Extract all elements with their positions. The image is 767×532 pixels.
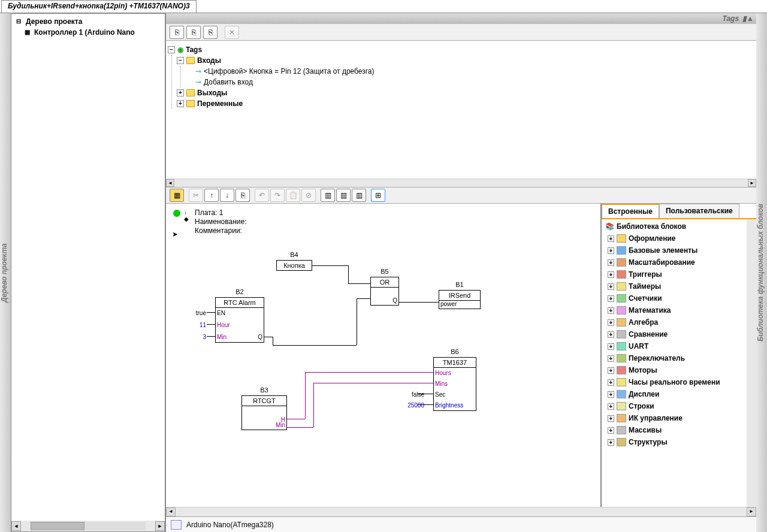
library-item[interactable]: +UART (603, 340, 745, 352)
pin-power: power (440, 301, 457, 307)
library-item[interactable]: +Базовые элементы (603, 244, 745, 256)
expand-icon[interactable]: + (608, 235, 614, 242)
add-input-button[interactable]: ⎘ (170, 26, 184, 39)
expand-icon[interactable]: + (608, 427, 614, 434)
expand-icon[interactable]: + (608, 343, 614, 350)
expand-icon[interactable]: + (608, 379, 614, 386)
expand-icon[interactable]: + (608, 415, 614, 422)
expand-icon[interactable]: + (608, 271, 614, 278)
val-25000: 25000 (407, 402, 424, 409)
library-item[interactable]: +Алгебра (603, 316, 745, 328)
tags-root[interactable]: − ◉ Tags (168, 44, 753, 55)
library-item[interactable]: +Массивы (603, 424, 745, 436)
library-item[interactable]: +Триггеры (603, 268, 745, 280)
scroll-left-icon[interactable]: ◄ (166, 507, 176, 516)
tab-user[interactable]: Пользовательские (659, 204, 739, 218)
library-tree[interactable]: 📚 Библиотека блоков +Оформление+Базовые … (602, 219, 747, 507)
diagram-canvas[interactable]: ↓◆ ➤ Плата: 1 Наименование: Комментарии:… (166, 204, 600, 507)
add-input-item[interactable]: ⊸ Добавить вход (186, 77, 753, 87)
expand-icon[interactable]: + (608, 319, 614, 326)
tags-root-label: Tags (186, 46, 202, 54)
library-item[interactable]: +Сравнение (603, 328, 745, 340)
input-item[interactable]: ⊸ <Цифровой> Кнопка = Pin 12 (Защита от … (186, 66, 753, 77)
block-b3[interactable]: B3 RTCGT H Min (241, 395, 287, 430)
align-center-button[interactable]: ▥ (336, 189, 351, 202)
tree-controller[interactable]: ▦ Контроллер 1 (Arduino Nano (14, 27, 162, 38)
expand-icon[interactable]: + (608, 307, 614, 314)
library-item-label: Масштабирование (629, 258, 695, 267)
expand-icon[interactable]: + (608, 331, 614, 338)
block-b2[interactable]: B2 RTC Alarm EN true Hour 11 Min 3 Q (215, 297, 264, 343)
category-icon (617, 414, 626, 422)
expand-icon[interactable]: + (608, 247, 614, 254)
vars-node[interactable]: + Переменные (177, 98, 753, 109)
inputs-node[interactable]: − Входы (177, 55, 753, 66)
library-item-label: UART (629, 342, 648, 350)
network-button[interactable]: ⊞ (371, 189, 385, 202)
scroll-left-icon[interactable]: ◄ (11, 521, 21, 531)
library-item[interactable]: +Таймеры (603, 280, 745, 292)
outputs-node[interactable]: + Выходы (177, 87, 753, 98)
library-item[interactable]: +ИК управление (603, 412, 745, 424)
pin-sec: Sec (435, 391, 445, 398)
expand-icon[interactable]: + (177, 89, 184, 96)
select-mode-button[interactable]: ▦ (170, 189, 184, 202)
delete-button: ⊘ (301, 189, 316, 202)
library-item[interactable]: +Масштабирование (603, 256, 745, 268)
expand-icon[interactable]: + (608, 367, 614, 374)
block-b1[interactable]: B1 IRSend power (439, 290, 481, 309)
project-tree[interactable]: ⊟ Дерево проекта ▦ Контроллер 1 (Arduino… (11, 14, 165, 521)
block-b4[interactable]: B4 Кнопка (276, 260, 312, 271)
expand-icon[interactable]: + (608, 259, 614, 266)
scroll-right-icon[interactable]: ► (155, 521, 165, 531)
scroll-right-icon[interactable]: ► (748, 179, 756, 187)
expand-icon[interactable]: + (608, 295, 614, 302)
up-button[interactable]: ↑ (204, 189, 219, 202)
library-item[interactable]: +Часы реального времени (603, 376, 745, 388)
library-item[interactable]: +Оформление (603, 232, 745, 244)
library-item-label: Дисплеи (629, 390, 659, 398)
block-b5[interactable]: B5 OR Q (370, 277, 399, 306)
align-right-button[interactable]: ▥ (352, 189, 366, 202)
library-item[interactable]: +Строки (603, 400, 745, 412)
collapse-icon[interactable]: − (168, 46, 175, 53)
tree-hscroll[interactable]: ◄ ► (11, 521, 165, 531)
document-tab[interactable]: Будильник+IRsend+кнопка(12pin) +TM1637(N… (1, 0, 197, 13)
pin-icon: ⊸ (195, 67, 201, 75)
expand-icon[interactable]: + (608, 391, 614, 398)
add-var-button[interactable]: ⎘ (203, 26, 218, 39)
tags-panel-header: Tags ▮▲ (166, 13, 756, 24)
scroll-track[interactable] (31, 522, 146, 530)
left-sidebar-handle[interactable]: Дерево проекта (0, 13, 11, 532)
expand-icon[interactable]: + (608, 283, 614, 290)
tree-root[interactable]: ⊟ Дерево проекта (14, 16, 162, 27)
scroll-thumb[interactable] (31, 522, 84, 530)
expand-icon[interactable]: + (608, 439, 614, 446)
expand-icon[interactable]: + (177, 100, 184, 107)
panel-pin-icon[interactable]: ▮▲ (742, 14, 754, 23)
down-button[interactable]: ↓ (220, 189, 234, 202)
scroll-right-icon[interactable]: ► (747, 507, 756, 516)
library-item[interactable]: +Математика (603, 304, 745, 316)
tags-hscroll[interactable]: ◄ ► (166, 179, 756, 187)
library-item[interactable]: +Моторы (603, 364, 745, 376)
right-sidebar-handle[interactable]: Библиотека функциональных блоков (756, 13, 767, 532)
library-item[interactable]: +Переключатель (603, 352, 745, 364)
scroll-left-icon[interactable]: ◄ (166, 179, 174, 187)
canvas-hscroll[interactable]: ◄ ► (166, 507, 756, 516)
tab-builtin[interactable]: Встроенные (602, 204, 659, 218)
copy-button[interactable]: ⎘ (235, 189, 250, 202)
library-root[interactable]: 📚 Библиотека блоков (603, 220, 745, 232)
expand-icon[interactable]: + (608, 403, 614, 410)
block-b6[interactable]: B6 TM1637 Hours Mins Sec false Brightnes… (433, 357, 476, 411)
align-left-button[interactable]: ▥ (321, 189, 335, 202)
library-vscroll[interactable] (747, 219, 756, 507)
library-item[interactable]: +Дисплеи (603, 388, 745, 400)
collapse-icon[interactable]: − (177, 57, 184, 64)
expand-icon[interactable]: + (608, 355, 614, 362)
add-output-button[interactable]: ⎘ (186, 26, 201, 39)
library-item[interactable]: +Счетчики (603, 292, 745, 304)
tags-tree[interactable]: − ◉ Tags − Входы ⊸ <Цифровой> Кнопка = P… (166, 41, 756, 179)
block-id: B4 (290, 251, 298, 258)
library-item[interactable]: +Структуры (603, 436, 745, 448)
